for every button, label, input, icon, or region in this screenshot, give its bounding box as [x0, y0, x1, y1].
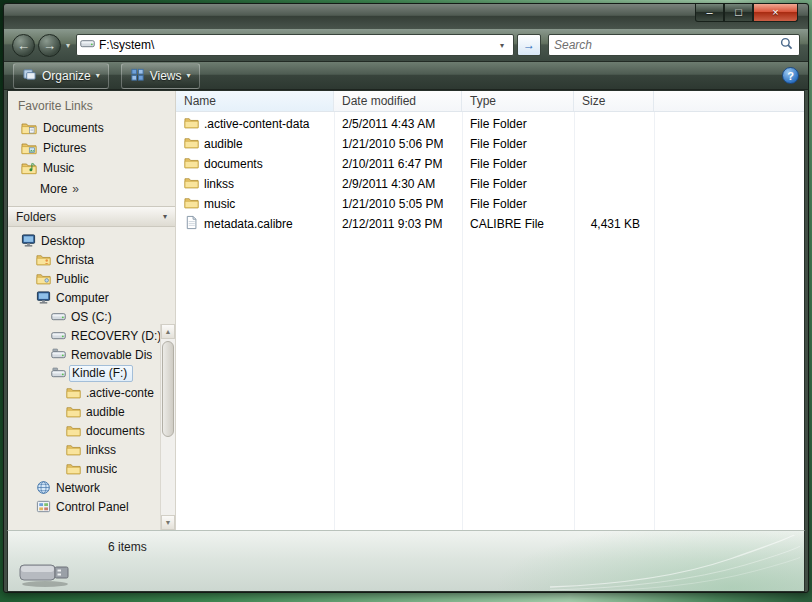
file-name-cell[interactable]: linkss [176, 175, 334, 193]
favorite-link-documents[interactable]: Documents [8, 118, 175, 138]
tree-item-computer[interactable]: Computer [8, 288, 160, 307]
more-link[interactable]: More » [8, 178, 175, 199]
tree-item-label: Christa [56, 253, 94, 267]
column-header-date-modified[interactable]: Date modified [334, 91, 462, 111]
folder-public-icon [35, 271, 51, 287]
views-button[interactable]: Views ▾ [121, 63, 200, 89]
more-chevron-icon: » [72, 182, 79, 196]
folder-tree: Desktop Christa Public Computer OS (C:) … [8, 227, 175, 530]
tree-item-label: linkss [86, 443, 116, 457]
file-name-cell[interactable]: metadata.calibre [176, 215, 334, 233]
tree-item-label: audible [86, 405, 125, 419]
address-bar[interactable]: F:\system\ ▾ [76, 34, 514, 56]
type-cell: File Folder [462, 137, 574, 151]
tree-item-network[interactable]: Network [8, 478, 160, 497]
tree-item-label: .active-conte [86, 386, 154, 400]
organize-button[interactable]: Organize ▾ [13, 63, 109, 89]
tree-item-os-c[interactable]: OS (C:) [8, 307, 160, 326]
column-header-size[interactable]: Size [574, 91, 654, 111]
minimize-button[interactable]: – [695, 4, 724, 22]
close-button[interactable]: × [753, 4, 798, 22]
file-row-documents[interactable]: documents 2/10/2011 6:47 PM File Folder [176, 154, 804, 174]
chevron-down-icon: ▾ [96, 71, 100, 80]
tree-item-linkss[interactable]: linkss [8, 440, 160, 459]
details-pane: 6 items [7, 530, 805, 592]
folder-documents-icon [21, 120, 37, 136]
search-icon[interactable] [779, 36, 794, 54]
column-header-type[interactable]: Type [462, 91, 574, 111]
folder-icon [65, 404, 81, 420]
type-cell: File Folder [462, 197, 574, 211]
folder-icon [65, 385, 81, 401]
tree-item-kindle-f[interactable]: Kindle (F:) [8, 364, 160, 383]
address-dropdown-icon[interactable]: ▾ [494, 41, 510, 50]
file-row-metadata-calibre[interactable]: metadata.calibre 2/12/2011 9:03 PM CALIB… [176, 214, 804, 234]
favorite-link-pictures[interactable]: Pictures [8, 138, 175, 158]
help-button[interactable]: ? [782, 67, 799, 84]
file-row-music[interactable]: music 1/21/2010 5:05 PM File Folder [176, 194, 804, 214]
back-button[interactable]: ← [12, 34, 35, 57]
scrollbar-thumb[interactable] [162, 341, 174, 437]
file-name-cell[interactable]: .active-content-data [176, 115, 334, 133]
tree-item-control-panel[interactable]: Control Panel [8, 497, 160, 516]
tree-item-music[interactable]: music [8, 459, 160, 478]
tree-item-label: Kindle (F:) [69, 365, 133, 382]
command-toolbar: Organize ▾ Views ▾ ? [4, 62, 808, 90]
folder-icon [184, 175, 199, 193]
tree-item-active-conte[interactable]: .active-conte [8, 383, 160, 402]
folder-pictures-icon [21, 140, 37, 156]
file-row-audible[interactable]: audible 1/21/2010 5:06 PM File Folder [176, 134, 804, 154]
file-name: linkss [204, 177, 234, 191]
folders-band[interactable]: Folders ▾ [8, 206, 175, 227]
column-gridline [654, 112, 655, 530]
column-header-filler [654, 91, 804, 111]
favorite-label: Pictures [43, 141, 86, 155]
column-header-name[interactable]: Name [176, 91, 334, 111]
file-name-cell[interactable]: audible [176, 135, 334, 153]
tree-item-desktop[interactable]: Desktop [8, 231, 160, 250]
tree-item-label: RECOVERY (D:) [71, 329, 160, 343]
favorite-label: Documents [43, 121, 104, 135]
folder-icon [184, 195, 199, 213]
organize-label: Organize [42, 69, 91, 83]
file-name: metadata.calibre [204, 217, 293, 231]
usb-drive-icon [18, 556, 74, 588]
type-cell: File Folder [462, 117, 574, 131]
date-modified-cell: 2/12/2011 9:03 PM [334, 217, 462, 231]
go-button[interactable]: → [517, 34, 541, 56]
drive-icon [50, 309, 66, 325]
history-dropdown-icon[interactable]: ▾ [66, 41, 70, 50]
scroll-up-icon[interactable]: ▲ [161, 324, 175, 339]
network-icon [35, 480, 51, 496]
tree-item-recovery-d[interactable]: RECOVERY (D:) [8, 326, 160, 345]
file-name: music [204, 197, 235, 211]
folders-chevron-icon: ▾ [163, 212, 167, 221]
file-row-active-content-data[interactable]: .active-content-data 2/5/2011 4:43 AM Fi… [176, 114, 804, 134]
tree-item-label: music [86, 462, 117, 476]
tree-item-audible[interactable]: audible [8, 402, 160, 421]
column-headers: NameDate modifiedTypeSize [176, 91, 804, 112]
drive-icon [50, 328, 66, 344]
forward-button[interactable]: → [38, 34, 61, 57]
address-text[interactable]: F:\system\ [95, 38, 494, 52]
folder-icon [184, 135, 199, 153]
date-modified-cell: 1/21/2010 5:05 PM [334, 197, 462, 211]
favorite-link-music[interactable]: Music [8, 158, 175, 178]
file-row-linkss[interactable]: linkss 2/9/2011 4:30 AM File Folder [176, 174, 804, 194]
tree-item-removable-dis[interactable]: Removable Dis [8, 345, 160, 364]
tree-scrollbar[interactable]: ▲ ▼ [160, 324, 175, 530]
file-rows[interactable]: .active-content-data 2/5/2011 4:43 AM Fi… [176, 112, 804, 530]
favorites-list: Documents Pictures Music [8, 118, 175, 178]
scroll-down-icon[interactable]: ▼ [161, 515, 175, 530]
tree-item-christa[interactable]: Christa [8, 250, 160, 269]
file-name-cell[interactable]: music [176, 195, 334, 213]
tree-item-public[interactable]: Public [8, 269, 160, 288]
folders-label: Folders [16, 210, 56, 224]
search-input[interactable] [554, 38, 779, 52]
search-box[interactable] [548, 34, 800, 56]
file-name-cell[interactable]: documents [176, 155, 334, 173]
maximize-button[interactable]: □ [724, 4, 753, 22]
tree-item-documents[interactable]: documents [8, 421, 160, 440]
tree-item-label: Computer [56, 291, 109, 305]
title-bar[interactable]: – □ × [4, 4, 808, 29]
